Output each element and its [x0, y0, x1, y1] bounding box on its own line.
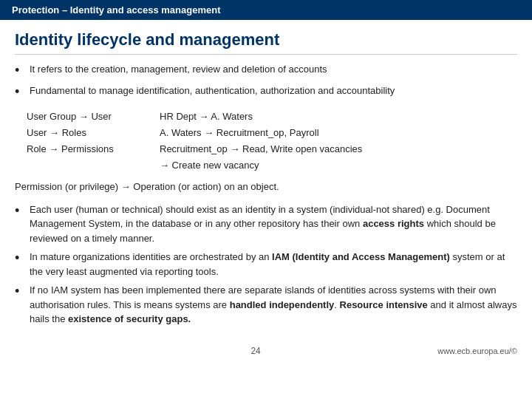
body-bullet-2: • In mature organizations identities are… [15, 250, 517, 279]
main-content: Identity lifecycle and management • It r… [0, 20, 532, 338]
bold-security-gaps: existence of security gaps. [68, 313, 191, 324]
bullet-dot-2: • [15, 83, 25, 100]
col-left: User Group → User User → Roles Role → Pe… [27, 109, 145, 174]
body-bullet-dot-1: • [15, 202, 25, 246]
body-bullet-text-3: If no IAM system has been implemented th… [30, 283, 517, 327]
top-bar: Protection – Identity and access managem… [0, 0, 532, 20]
body-bullet-dot-3: • [15, 283, 25, 327]
bullet-text-2: Fundamental to manage identification, au… [30, 83, 395, 100]
col-right: HR Dept → A. Waters A. Waters → Recruitm… [160, 109, 517, 174]
bold-handled: handled independently [230, 299, 335, 310]
bullet-item-1: • It refers to the creation, management,… [15, 62, 517, 79]
footer-page-number: 24 [74, 346, 437, 356]
top-bar-title: Protection – Identity and access managem… [12, 4, 220, 16]
col-right-line-4: → Create new vacancy [160, 157, 517, 174]
bullet-text-1: It refers to the creation, management, r… [30, 62, 327, 79]
footer-logo: www.ecb.europa.eu/© [437, 347, 517, 355]
bold-resource: Resource intensive [340, 299, 428, 310]
bold-access-rights: access rights [363, 218, 424, 229]
col-right-line-2: A. Waters → Recruitment_op, Payroll [160, 125, 517, 141]
bullet-item-2: • Fundamental to manage identification, … [15, 83, 517, 100]
col-left-line-2: User → Roles [27, 125, 145, 141]
footer: 24 www.ecb.europa.eu/© [0, 341, 532, 361]
two-col-section: User Group → User User → Roles Role → Pe… [27, 109, 517, 174]
body-bullet-dot-2: • [15, 250, 25, 279]
bullet-dot-1: • [15, 62, 25, 79]
bold-iam: IAM (Identity and Access Management) [272, 251, 450, 262]
permission-text: Permission (or privilege) → Operation (o… [15, 181, 279, 192]
col-right-line-3: Recruitment_op → Read, Write open vacanc… [160, 141, 517, 157]
body-bullet-text-1: Each user (human or technical) should ex… [30, 202, 517, 246]
body-bullet-3: • If no IAM system has been implemented … [15, 283, 517, 327]
body-bullet-1: • Each user (human or technical) should … [15, 202, 517, 246]
permission-line: Permission (or privilege) → Operation (o… [15, 180, 517, 195]
col-right-line-1: HR Dept → A. Waters [160, 109, 517, 125]
col-left-line-1: User Group → User [27, 109, 145, 125]
body-bullet-text-2: In mature organizations identities are o… [30, 250, 517, 279]
page-title: Identity lifecycle and management [15, 30, 517, 55]
col-left-line-3: Role → Permissions [27, 141, 145, 157]
